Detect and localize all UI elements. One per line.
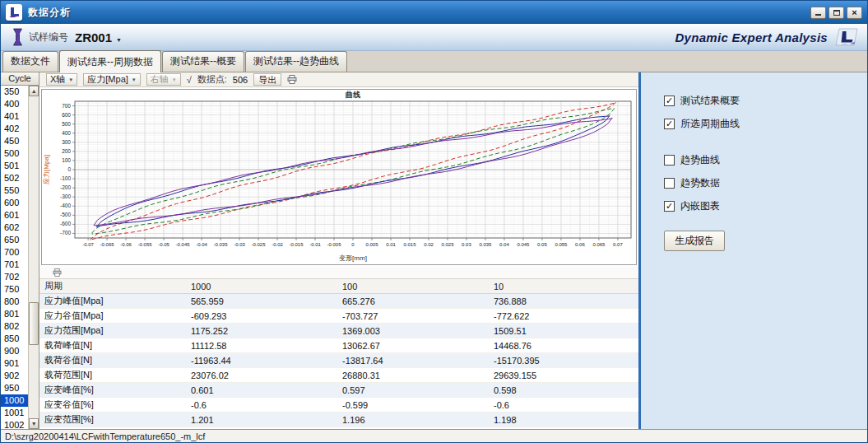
export-button[interactable]: 导出 <box>253 73 281 86</box>
cycle-list-item[interactable]: 550 <box>1 184 28 197</box>
svg-text:-100: -100 <box>60 175 71 181</box>
results-row: 应力峰值[Mpa]565.959665.276736.888 <box>39 294 638 309</box>
checkbox-icon[interactable] <box>664 178 675 189</box>
x-axis-dropdown[interactable]: X轴 ▼ <box>46 73 77 86</box>
cycle-list-item[interactable]: 700 <box>1 246 28 259</box>
report-option-0[interactable]: ✓测试结果概要 <box>664 94 867 108</box>
row-value: 1509.51 <box>489 324 638 338</box>
cycle-list-item[interactable]: 902 <box>1 370 28 382</box>
cycle-list-item[interactable]: 400 <box>1 98 28 110</box>
report-option-1[interactable]: ✓所选周期曲线 <box>664 117 867 131</box>
svg-text:600: 600 <box>62 112 71 118</box>
cycle-list-item[interactable]: 650 <box>1 234 28 246</box>
sample-number-dropdown[interactable]: ZR001 ▼ <box>75 30 122 44</box>
cycle-list-item[interactable]: 401 <box>1 110 28 123</box>
cycle-list-item[interactable]: 600 <box>1 197 28 209</box>
cycle-list-item[interactable]: 601 <box>1 209 28 222</box>
close-button[interactable]: × <box>847 7 862 19</box>
scrollbar-thumb[interactable] <box>29 302 39 345</box>
report-option-3[interactable]: 趋势数据 <box>664 176 867 190</box>
row-label: 应力峰值[Mpa] <box>39 294 186 309</box>
row-label: 应力范围[Mpa] <box>39 324 186 338</box>
cycle-list-item[interactable]: 702 <box>1 271 28 283</box>
right-axis-label: 右轴 <box>151 73 169 86</box>
cycle-list-item[interactable]: 801 <box>1 308 28 320</box>
cycle-list-item[interactable]: 950 <box>1 382 28 394</box>
app-logo-icon <box>6 4 22 21</box>
svg-text:-200: -200 <box>60 184 71 190</box>
cycle-list-item[interactable]: 900 <box>1 345 28 357</box>
svg-text:500: 500 <box>62 121 71 127</box>
svg-text:-0.07: -0.07 <box>82 242 94 247</box>
row-label: 应变峰值[%] <box>39 383 186 398</box>
y-channel-dropdown[interactable]: 应力[Mpa] ▼ <box>83 73 140 86</box>
svg-text:0: 0 <box>67 166 71 172</box>
cycle-list-item[interactable]: 501 <box>1 160 28 172</box>
row-label: 应力谷值[Mpa] <box>39 309 186 324</box>
specimen-icon <box>12 28 23 46</box>
brand-logo-icon <box>834 28 859 46</box>
svg-text:-0.03: -0.03 <box>234 242 245 247</box>
scroll-down-icon[interactable]: ▼ <box>29 418 39 429</box>
row-value: 1369.003 <box>337 324 489 338</box>
row-value: 1.198 <box>489 413 638 427</box>
svg-text:-600: -600 <box>60 221 71 226</box>
tab-1[interactable]: 测试结果--周期数据 <box>59 50 161 72</box>
results-row: 应变峰值[%]0.6010.5970.598 <box>39 383 638 398</box>
minimize-button[interactable] <box>810 7 826 19</box>
content-area: Cycle 3504004014024505005015025506006016… <box>1 72 867 429</box>
cycle-list-item[interactable]: 800 <box>1 296 28 308</box>
apply-check-icon[interactable]: √ <box>187 75 192 85</box>
cycle-list-item[interactable]: 450 <box>1 135 28 147</box>
cycle-list-item[interactable]: 802 <box>1 320 28 333</box>
cycle-list-item[interactable]: 502 <box>1 172 28 184</box>
right-axis-dropdown[interactable]: 右轴 ▼ <box>146 73 181 86</box>
cycle-list-item[interactable]: 402 <box>1 123 28 135</box>
row-value: -0.6 <box>186 398 337 413</box>
svg-text:-0.06: -0.06 <box>120 242 132 247</box>
generate-report-button[interactable]: 生成报告 <box>664 231 725 251</box>
printer-icon[interactable] <box>287 75 297 84</box>
close-icon: × <box>852 8 856 17</box>
cycle-list-item[interactable]: 1002 <box>1 419 28 429</box>
cycle-list-item[interactable]: 901 <box>1 357 28 370</box>
row-value: 0.598 <box>489 383 638 398</box>
cycle-list-item[interactable]: 850 <box>1 333 28 345</box>
svg-text:0.035: 0.035 <box>479 242 492 247</box>
checkbox-icon[interactable]: ✓ <box>664 119 675 129</box>
chevron-down-icon: ▼ <box>172 77 177 82</box>
cycle-list-item[interactable]: 1001 <box>1 407 28 419</box>
cycle-scrollbar[interactable]: ▲ ▼ <box>28 86 39 429</box>
tab-2[interactable]: 测试结果--概要 <box>162 51 244 72</box>
svg-text:0.005: 0.005 <box>365 242 378 247</box>
report-option-4[interactable]: ✓内嵌图表 <box>664 199 867 213</box>
svg-text:0.01: 0.01 <box>386 242 396 247</box>
cycle-list-item[interactable]: 500 <box>1 147 28 160</box>
tab-0[interactable]: 数据文件 <box>2 51 58 72</box>
window-controls: × <box>810 7 862 19</box>
checkbox-icon[interactable]: ✓ <box>664 96 675 106</box>
checkbox-label: 内嵌图表 <box>680 199 720 213</box>
checkbox-icon[interactable]: ✓ <box>664 201 675 212</box>
results-row: 载荷谷值[N]-11963.44-13817.64-15170.395 <box>39 353 638 368</box>
table-export-icon[interactable] <box>53 268 62 277</box>
y-channel-label: 应力[Mpa] <box>87 73 128 86</box>
cycle-list-item[interactable]: 602 <box>1 222 28 234</box>
checkbox-icon[interactable] <box>664 155 675 166</box>
row-value: -703.727 <box>337 309 489 324</box>
tab-3[interactable]: 测试结果--趋势曲线 <box>245 51 347 72</box>
report-option-2[interactable]: 趋势曲线 <box>664 153 867 167</box>
cycle-list-item[interactable]: 701 <box>1 259 28 271</box>
maximize-button[interactable] <box>829 7 844 19</box>
svg-text:-0.02: -0.02 <box>272 242 283 247</box>
results-column-header: 周期 <box>39 279 186 294</box>
minimize-icon <box>815 14 821 16</box>
cycle-list-item[interactable]: 1000 <box>1 394 28 407</box>
scroll-up-icon[interactable]: ▲ <box>29 86 39 96</box>
cycle-list-item[interactable]: 750 <box>1 283 28 296</box>
svg-text:0.025: 0.025 <box>441 242 454 247</box>
cycle-list-item[interactable]: 350 <box>1 86 28 98</box>
data-points-label: 数据点: <box>197 73 227 86</box>
row-value: 1.196 <box>337 413 489 427</box>
report-panel: ✓测试结果概要✓所选周期曲线趋势曲线趋势数据✓内嵌图表 生成报告 <box>638 72 867 429</box>
